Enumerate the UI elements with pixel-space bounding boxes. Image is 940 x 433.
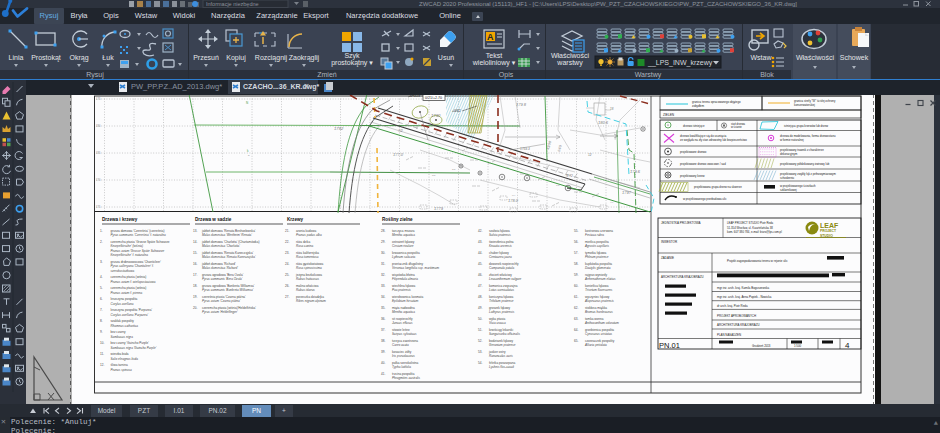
svg-text:63.: 63.	[574, 317, 578, 321]
svg-text:czereśnia ptasia 'Czarna późna: czereśnia ptasia 'Czarna późna'	[202, 295, 246, 299]
svg-text:0/4: 0/4	[512, 194, 516, 197]
svg-text:.: .	[676, 125, 677, 127]
svg-text:35.: 35.	[381, 306, 385, 310]
svg-text:kosaciec żółty: kosaciec żółty	[392, 350, 412, 354]
svg-text:33.: 33.	[381, 284, 385, 288]
svg-text:1.: 1.	[100, 229, 103, 233]
svg-text:__LPS_INW_krzewy: __LPS_INW_krzewy	[647, 59, 713, 67]
svg-text:wyka ptasia: wyka ptasia	[489, 317, 505, 321]
svg-text:kupkówka pospolita: kupkówka pospolita	[585, 262, 612, 266]
svg-text:61.: 61.	[574, 295, 578, 299]
svg-text:Ranunculus acris: Ranunculus acris	[489, 354, 513, 358]
svg-text:Lychnis flos-cuculi: Lychnis flos-cuculi	[489, 365, 514, 369]
svg-text:Malus domestica 'Wertheim' Ren: Malus domestica 'Wertheim' Renata'	[202, 233, 252, 237]
svg-text:Knorpelkirsche' f. naturalna: Knorpelkirsche' f. naturalna	[111, 253, 149, 257]
svg-text:7/2: 7/2	[398, 129, 403, 133]
svg-text:3/2: 3/2	[432, 174, 436, 177]
svg-text:Projekt zagospodarowania teren: Projekt zagospodarowania terenu w rejoni…	[727, 259, 788, 263]
svg-text:projektowana grupa drzew na sk: projektowana grupa drzew na skwerze	[694, 185, 742, 189]
svg-text:Scirpus sylvaticus: Scirpus sylvaticus	[392, 332, 417, 336]
svg-text:4: 4	[845, 341, 850, 350]
svg-text:Agrostis capillaris: Agrostis capillaris	[584, 244, 610, 248]
svg-text:2.: 2.	[100, 240, 103, 244]
svg-text:175: 175	[96, 97, 101, 101]
svg-text:schodzeniu: schodzeniu	[780, 176, 795, 180]
svg-text:Malus domestica 'Richard': Malus domestica 'Richard'	[202, 266, 238, 270]
svg-text:złocień właściwy: złocień właściwy	[489, 273, 512, 277]
svg-text:50.: 50.	[478, 317, 482, 321]
svg-text:1790: 1790	[431, 113, 441, 118]
svg-text:trzcina pospolita: trzcina pospolita	[392, 372, 415, 376]
svg-text:rajgras wyniosły: rajgras wyniosły	[585, 273, 607, 277]
svg-text:sitowie leśne: sitowie leśne	[392, 328, 410, 332]
svg-text:49.: 49.	[478, 306, 482, 310]
svg-text:Trifolium pratense: Trifolium pratense	[489, 299, 514, 303]
svg-text:Knorpelkirsche' (wiśnia): Knorpelkirsche' (wiśnia)	[111, 244, 144, 248]
svg-text:59.: 59.	[574, 273, 578, 277]
svg-text:175: 175	[96, 205, 101, 209]
svg-text:41.: 41.	[381, 372, 385, 376]
svg-text:Lathyrus pratensis: Lathyrus pratensis	[489, 310, 515, 314]
svg-text:krwiściąg lekarski: krwiściąg lekarski	[489, 328, 513, 332]
svg-text:53.: 53.	[478, 350, 482, 354]
svg-text:dr arch. kraj. Piotr Reda: dr arch. kraj. Piotr Reda	[717, 304, 748, 308]
svg-text:43.: 43.	[478, 240, 482, 244]
svg-text:5.: 5.	[100, 286, 103, 290]
svg-text:PROJECT: PROJECT	[820, 229, 837, 233]
svg-text:grusza drobnoowocowa 'Chanticl: grusza drobnoowocowa 'Chanticleer'	[111, 260, 162, 264]
svg-text:Epilobium hirsutum: Epilobium hirsutum	[392, 299, 419, 303]
svg-text:pałka szerokolistna: pałka szerokolistna	[392, 361, 419, 365]
svg-text:+0/62: +0/62	[452, 109, 461, 113]
svg-text:ARCHITEKTURA KRAJOBRAZU: ARCHITEKTURA KRAJOBRAZU	[717, 323, 760, 327]
svg-text:51.: 51.	[478, 328, 482, 332]
svg-text:9.: 9.	[100, 330, 103, 334]
svg-text:Mentha aquatica: Mentha aquatica	[392, 310, 415, 314]
svg-text:18: 18	[610, 107, 614, 111]
svg-text:PLAN NASADZEŃ: PLAN NASADZEŃ	[717, 333, 741, 337]
svg-text:wyczyniec łąkowy: wyczyniec łąkowy	[585, 295, 610, 299]
svg-text:ze względu na zły stan zdrowot: ze względu na zły stan zdrowotny lub bez…	[680, 138, 747, 142]
svg-text:wierzba biała: wierzba biała	[111, 352, 129, 356]
svg-text:Ribes nigrum alpinum: Ribes nigrum alpinum	[296, 299, 326, 303]
svg-text:Trisetum flavescens: Trisetum flavescens	[585, 288, 613, 292]
svg-text:Pyrus communis 'Czereśnia' f.: Pyrus communis 'Czereśnia' f. naturalna	[111, 233, 166, 237]
svg-text:szerokostożkowa: szerokostożkowa	[111, 269, 135, 273]
svg-text:wiązówka błotna: wiązówka błotna	[392, 273, 415, 277]
svg-text:Mentha aquatica: Mentha aquatica	[392, 233, 415, 237]
svg-text:Prunus avium f. wielopostaciow: Prunus avium f. wielopostaciowa	[111, 280, 156, 284]
svg-text:179 8: 179 8	[516, 102, 527, 107]
svg-text:świerzbnica polna: świerzbnica polna	[489, 240, 514, 244]
svg-text:29.: 29.	[381, 240, 385, 244]
svg-text:4.: 4.	[100, 275, 103, 279]
svg-text:jabłoń domowa 'Renata Kanecząj: jabłoń domowa 'Renata Kanecząjska'	[201, 251, 254, 255]
svg-text:tomka wonna: tomka wonna	[585, 317, 604, 321]
svg-text:27.: 27.	[285, 295, 289, 299]
svg-text:ZIELEŃ: ZIELEŃ	[663, 113, 675, 117]
svg-text:Vicia cracca: Vicia cracca	[489, 321, 506, 325]
svg-text:Knautia arvensis: Knautia arvensis	[489, 244, 512, 248]
svg-text:8.: 8.	[100, 319, 103, 323]
svg-text:Geranium pratense: Geranium pratense	[489, 343, 516, 347]
svg-text:177.0: 177.0	[393, 152, 404, 157]
svg-text:1779: 1779	[434, 206, 444, 211]
svg-text:grusza domowa 'Czereśnia' (cze: grusza domowa 'Czereśnia' (czereśnia)	[111, 229, 165, 233]
svg-text:Typha latifolia: Typha latifolia	[392, 365, 411, 369]
svg-text:48.: 48.	[478, 295, 482, 299]
svg-text:178.0: 178.0	[508, 198, 519, 203]
svg-text:jabłoń domowa 'Richard': jabłoń domowa 'Richard'	[201, 262, 236, 266]
svg-text:kostrzewa czerwona: kostrzewa czerwona	[585, 229, 613, 233]
svg-text:1797: 1797	[622, 190, 632, 195]
svg-text:17.: 17.	[193, 273, 197, 277]
svg-text:31.: 31.	[381, 262, 385, 266]
svg-text:Sambucus nigra: Sambucus nigra	[111, 335, 134, 339]
svg-text:sit rozpierzchły: sit rozpierzchły	[392, 317, 413, 321]
svg-text:czeremcha ptasia (wiśnia)'Held: czeremcha ptasia (wiśnia)'Heldelfińska'	[202, 306, 256, 310]
svg-text:dzwonek rozpierzchły: dzwonek rozpierzchły	[489, 262, 519, 266]
svg-text:Bromus hordeaceus: Bromus hordeaceus	[585, 310, 613, 314]
svg-text:mgr inż. arch. kraj. Kamila Bo: mgr inż. arch. kraj. Kamila Boguszewska	[717, 286, 769, 290]
svg-text:projektowany półdzikowany żw: projektowany półdzikowany żwirowy lub	[780, 162, 830, 166]
svg-text:bez czarny: bez czarny	[111, 330, 126, 334]
svg-text:170: 170	[96, 178, 101, 182]
svg-text:aronia kudowa: aronia kudowa	[296, 229, 316, 233]
svg-text:Lythrum salicaria: Lythrum salicaria	[392, 255, 416, 259]
